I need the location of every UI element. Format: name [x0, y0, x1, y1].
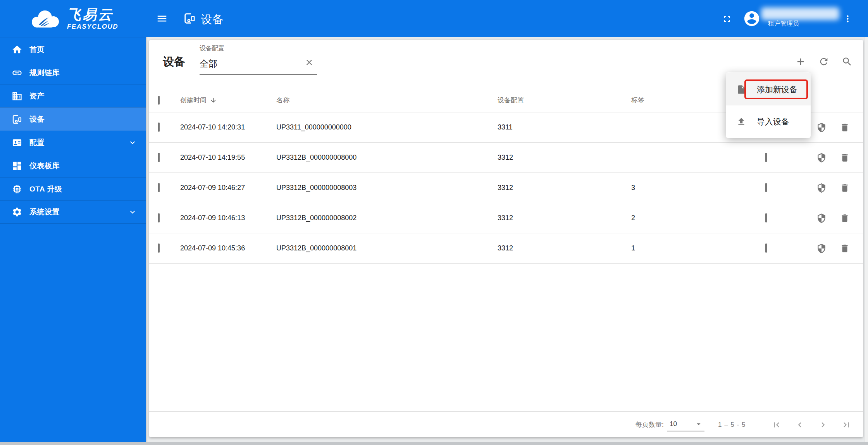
table-row[interactable]: 2024-07-09 10:45:36 UP3312B_000000008001… [149, 233, 863, 264]
vertical-scrollbar[interactable] [865, 37, 868, 442]
horizontal-scrollbar[interactable] [0, 442, 868, 445]
cell-tag: 2 [631, 214, 739, 222]
sidebar-item-rule-chains[interactable]: 规则链库 [0, 61, 146, 84]
card-title: 设备 [163, 54, 185, 70]
dropdown-arrow-icon [694, 420, 703, 428]
search-icon[interactable] [842, 56, 852, 67]
sidebar-item-label: OTA 升级 [29, 184, 137, 194]
menu-item-add-new-device[interactable]: 添加新设备 [726, 73, 811, 105]
shield-icon[interactable] [816, 153, 827, 163]
per-page-label: 每页数量: [636, 420, 664, 429]
row-flag-checkbox[interactable] [765, 213, 767, 222]
shield-icon[interactable] [816, 122, 827, 133]
building-icon [12, 91, 22, 102]
shield-icon[interactable] [816, 243, 827, 254]
chevron-down-icon[interactable] [128, 207, 137, 217]
row-flag-checkbox[interactable] [765, 153, 767, 162]
row-checkbox[interactable] [158, 183, 160, 192]
shield-icon[interactable] [816, 213, 827, 223]
page-range-label: 1 – 5 - 5 [718, 421, 746, 429]
per-page-select[interactable]: 10 [667, 418, 704, 431]
trash-icon[interactable] [840, 243, 850, 254]
id-badge-icon [12, 137, 22, 148]
fullscreen-icon[interactable] [722, 14, 732, 24]
row-flag-checkbox[interactable] [765, 243, 767, 253]
cell-name: UP3311_000000000000 [276, 123, 498, 131]
next-page-icon[interactable] [818, 420, 828, 430]
row-checkbox[interactable] [158, 153, 160, 162]
sidebar-item-label: 仪表板库 [29, 161, 137, 171]
header-name[interactable]: 名称 [276, 96, 498, 105]
topbar: 设备 租户管理员 [146, 0, 868, 37]
cell-created-time: 2024-07-10 14:20:31 [180, 123, 276, 131]
last-page-icon[interactable] [841, 420, 851, 430]
cell-tag: 3 [631, 184, 739, 192]
filter-value[interactable]: 全部 [200, 58, 317, 70]
cell-device-profile: 3312 [498, 154, 631, 162]
link-icon [12, 67, 22, 78]
row-checkbox[interactable] [158, 243, 160, 253]
home-icon [12, 44, 22, 55]
trash-icon[interactable] [840, 153, 850, 163]
per-page-value: 10 [670, 420, 677, 428]
row-flag-checkbox[interactable] [765, 183, 767, 192]
table-toolbar [795, 56, 852, 67]
header-device-profile[interactable]: 设备配置 [498, 96, 631, 105]
sidebar-item-profiles[interactable]: 配置 [0, 131, 146, 154]
brand-logo: 飞易云 FEASYCLOUD [0, 0, 146, 38]
refresh-icon[interactable] [818, 56, 829, 67]
devices-icon [183, 12, 196, 25]
devices-icon [12, 114, 22, 125]
table-row[interactable]: 2024-07-09 10:46:27 UP3312B_000000008003… [149, 173, 863, 203]
table-row[interactable]: 2024-07-10 14:19:55 UP3312B_000000008000… [149, 143, 863, 173]
cell-created-time: 2024-07-09 10:46:13 [180, 214, 276, 222]
sidebar-item-label: 首页 [29, 45, 137, 55]
header-created-time[interactable]: 创建时间 [180, 96, 276, 105]
cell-device-profile: 3312 [498, 184, 631, 192]
table-row[interactable]: 2024-07-09 10:46:13 UP3312B_000000008002… [149, 203, 863, 233]
sidebar-item-ota[interactable]: OTA 升级 [0, 177, 146, 200]
select-all-checkbox[interactable] [158, 96, 160, 105]
sidebar-item-dashboards[interactable]: 仪表板库 [0, 154, 146, 177]
sidebar-item-assets[interactable]: 资产 [0, 84, 146, 107]
user-role-label: 租户管理员 [768, 20, 799, 28]
sidebar-item-label: 系统设置 [29, 207, 128, 217]
cell-tag: 1 [631, 244, 739, 252]
cell-device-profile: 3312 [498, 244, 631, 252]
gear-icon [12, 207, 22, 217]
first-page-icon[interactable] [772, 420, 782, 430]
cell-device-profile: 3311 [498, 123, 631, 131]
trash-icon[interactable] [840, 183, 850, 193]
upload-icon [736, 117, 746, 127]
app-window: 飞易云 FEASYCLOUD 首页 规则链库 资产 设备 [0, 0, 868, 445]
clear-filter-icon[interactable] [305, 58, 314, 67]
cell-created-time: 2024-07-09 10:46:27 [180, 184, 276, 192]
sidebar-item-label: 资产 [29, 91, 137, 101]
brand-name-en: FEASYCLOUD [67, 23, 118, 30]
sidebar-nav: 首页 规则链库 资产 设备 配置 [0, 38, 146, 224]
filter-label: 设备配置 [200, 45, 317, 53]
previous-page-icon[interactable] [795, 420, 805, 430]
cell-name: UP3312B_000000008001 [276, 244, 498, 252]
row-checkbox[interactable] [158, 122, 160, 132]
trash-icon[interactable] [840, 213, 850, 223]
trash-icon[interactable] [840, 122, 850, 133]
hamburger-menu-icon[interactable] [156, 13, 168, 24]
sidebar-item-settings[interactable]: 系统设置 [0, 200, 146, 224]
device-profile-filter[interactable]: 设备配置 全部 [200, 45, 317, 75]
brand-name-cn: 飞易云 [67, 8, 118, 22]
shield-icon[interactable] [816, 183, 827, 193]
sidebar-item-devices[interactable]: 设备 [0, 107, 146, 131]
header-tag[interactable]: 标签 [631, 96, 739, 105]
more-vert-icon[interactable] [842, 14, 853, 24]
sidebar-item-home[interactable]: 首页 [0, 38, 146, 61]
chip-icon [12, 184, 22, 195]
row-checkbox[interactable] [158, 213, 160, 222]
menu-item-import-device[interactable]: 导入设备 [726, 105, 811, 138]
paginator: 每页数量: 10 1 – 5 - 5 [149, 411, 863, 437]
cell-name: UP3312B_000000008003 [276, 184, 498, 192]
avatar[interactable] [743, 10, 761, 28]
chevron-down-icon[interactable] [128, 138, 137, 147]
add-device-icon[interactable] [795, 56, 806, 67]
sort-desc-icon[interactable] [210, 97, 217, 104]
